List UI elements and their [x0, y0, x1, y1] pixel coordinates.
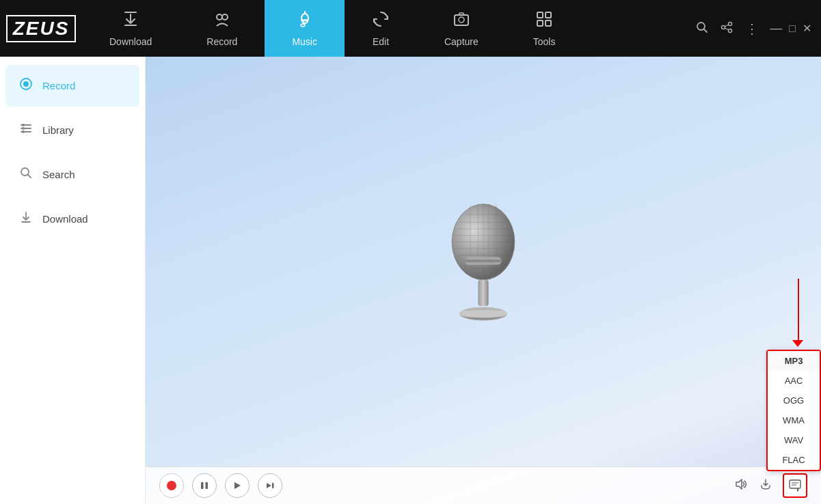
svg-rect-50	[465, 260, 502, 262]
svg-rect-1	[124, 25, 137, 26]
tab-download-label: Download	[109, 36, 152, 47]
search-icon[interactable]	[696, 21, 708, 36]
svg-rect-0	[124, 12, 137, 13]
svg-point-30	[22, 130, 25, 133]
library-sidebar-icon	[19, 122, 33, 139]
sidebar-item-library[interactable]: Library	[5, 109, 139, 151]
format-option-wav[interactable]: WAV	[768, 430, 820, 450]
title-right-icons: ⋮	[686, 20, 770, 37]
tab-tools[interactable]: Tools	[506, 0, 583, 57]
svg-point-18	[729, 22, 732, 25]
record-dot	[167, 481, 176, 490]
microphone-illustration	[146, 57, 821, 466]
minimize-button[interactable]: —	[770, 21, 782, 36]
format-option-ogg[interactable]: OGG	[768, 391, 820, 410]
svg-point-2	[217, 14, 222, 20]
red-arrow-head	[792, 340, 803, 347]
window-controls: — □ ✕	[770, 21, 821, 36]
svg-point-24	[23, 81, 29, 87]
close-button[interactable]: ✕	[803, 22, 811, 35]
sidebar-item-search[interactable]: Search	[5, 154, 139, 195]
format-selector-button[interactable]	[783, 473, 807, 498]
sidebar-item-download-label: Download	[42, 213, 88, 225]
svg-line-21	[725, 25, 729, 27]
red-indicator-line	[798, 279, 799, 340]
playback-controls	[159, 473, 282, 498]
tab-edit-label: Edit	[373, 36, 389, 47]
svg-rect-14	[537, 20, 543, 26]
nav-tabs: Download Record	[82, 0, 686, 57]
tab-capture-label: Capture	[444, 36, 479, 47]
svg-point-28	[22, 124, 25, 126]
format-option-mp3[interactable]: MP3	[768, 351, 820, 371]
svg-rect-12	[537, 12, 543, 18]
pause-button[interactable]	[192, 473, 217, 498]
capture-tab-icon	[453, 10, 470, 32]
tab-music-label: Music	[292, 36, 317, 47]
sidebar-item-download[interactable]: Download	[5, 198, 139, 240]
format-option-wma[interactable]: WMA	[768, 410, 820, 430]
app-logo: ZEUS	[0, 0, 82, 57]
svg-rect-55	[201, 482, 204, 489]
tab-edit[interactable]: Edit	[345, 0, 417, 57]
format-option-aac[interactable]: AAC	[768, 371, 820, 391]
tools-tab-icon	[535, 10, 553, 32]
tab-download[interactable]: Download	[82, 0, 179, 57]
tab-record-label: Record	[206, 36, 237, 47]
svg-rect-13	[546, 12, 551, 18]
main-layout: Record Library S	[0, 57, 821, 504]
tab-tools-label: Tools	[533, 36, 556, 47]
sidebar: Record Library S	[0, 57, 146, 504]
bottom-controls	[146, 466, 821, 504]
play-button[interactable]	[225, 473, 250, 498]
record-tab-icon	[213, 10, 231, 32]
titlebar: ZEUS Download Record	[0, 0, 821, 57]
right-controls	[733, 473, 807, 498]
record-sidebar-icon	[19, 77, 33, 94]
svg-point-11	[459, 17, 464, 23]
download-tab-icon	[122, 10, 139, 32]
svg-point-3	[222, 14, 228, 20]
tab-record[interactable]: Record	[179, 0, 265, 57]
logo-text: ZEUS	[6, 15, 77, 42]
svg-line-22	[725, 28, 729, 30]
share-icon[interactable]	[721, 21, 733, 36]
tab-capture[interactable]: Capture	[417, 0, 506, 57]
format-dropdown: MP3 AAC OGG WMA WAV FLAC	[766, 350, 821, 471]
download-sidebar-icon	[19, 210, 33, 227]
sidebar-item-record-label: Record	[42, 80, 75, 92]
svg-line-32	[28, 175, 31, 178]
svg-point-9	[301, 24, 305, 27]
svg-point-54	[460, 310, 507, 318]
next-button[interactable]	[258, 473, 282, 498]
more-icon[interactable]: ⋮	[745, 20, 760, 37]
svg-rect-58	[790, 480, 800, 488]
format-option-flac[interactable]: FLAC	[768, 450, 820, 470]
music-tab-icon	[296, 10, 314, 32]
svg-point-20	[729, 29, 732, 32]
maximize-button[interactable]: □	[789, 23, 796, 35]
sidebar-item-record[interactable]: Record	[5, 65, 139, 107]
download-recording-icon[interactable]	[758, 477, 773, 494]
svg-point-29	[22, 127, 25, 130]
svg-point-19	[722, 25, 725, 29]
svg-rect-56	[206, 482, 208, 489]
svg-rect-51	[478, 280, 488, 306]
content-area: MP3 AAC OGG WMA WAV FLAC	[146, 57, 821, 504]
sidebar-item-search-label: Search	[42, 169, 75, 180]
sidebar-item-library-label: Library	[42, 124, 74, 136]
tab-music[interactable]: Music	[265, 0, 345, 57]
edit-tab-icon	[372, 10, 390, 32]
volume-icon[interactable]	[733, 477, 749, 494]
svg-line-17	[704, 29, 708, 32]
search-sidebar-icon	[19, 166, 33, 183]
record-button[interactable]	[159, 473, 184, 498]
svg-rect-15	[546, 20, 551, 26]
svg-rect-57	[272, 483, 274, 488]
